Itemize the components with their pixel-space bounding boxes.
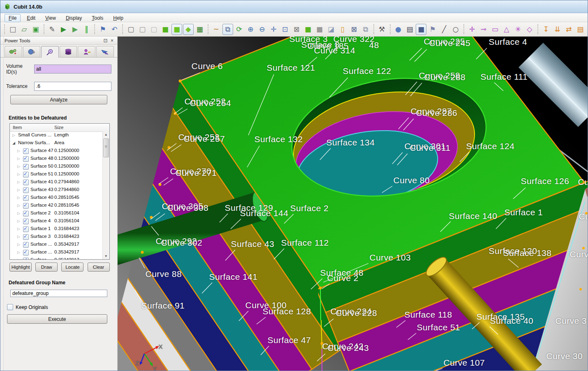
- shaded-boxed-cube-icon[interactable]: ■: [171, 24, 182, 35]
- locate-button[interactable]: Locate: [61, 263, 83, 272]
- menu-file[interactable]: File: [5, 14, 21, 22]
- mesh-entity-icon[interactable]: ◇: [524, 24, 535, 35]
- expand-icon[interactable]: ▷: [17, 203, 20, 207]
- overlap-squares-icon[interactable]: ⧉: [222, 24, 233, 35]
- scroll-up-icon[interactable]: ▲: [103, 131, 109, 138]
- tab-mesh-quality[interactable]: [96, 46, 114, 57]
- tree-row[interactable]: ▷Surface 510.12500000: [10, 171, 103, 178]
- volume-blob-icon[interactable]: ●: [393, 24, 404, 35]
- draw-button[interactable]: Draw: [35, 263, 58, 272]
- tolerance-input[interactable]: [34, 82, 111, 91]
- save-icon[interactable]: ▣: [30, 24, 41, 35]
- open-folder-icon[interactable]: ▱: [19, 24, 30, 35]
- export-bars-icon[interactable]: ⇊: [552, 24, 563, 35]
- group-entity-icon[interactable]: ✳: [513, 24, 523, 35]
- expand-icon[interactable]: ▷: [17, 219, 20, 223]
- expand-icon[interactable]: ▷: [17, 196, 20, 200]
- tree-row[interactable]: ◢Narrow Surfa...Area: [10, 139, 103, 147]
- meshed-cube-icon[interactable]: ▦: [194, 24, 205, 35]
- tree-row[interactable]: ▷Surface 500.12500000: [10, 163, 103, 171]
- view-cube-gray-icon[interactable]: ■: [314, 24, 325, 35]
- expand-icon[interactable]: ▷: [17, 250, 20, 254]
- tree-row[interactable]: ▷Surface 420.28510545: [10, 202, 103, 210]
- wireframe-cube-icon[interactable]: ▢: [125, 24, 136, 35]
- tab-mesh-tools[interactable]: [23, 46, 41, 57]
- new-file-icon[interactable]: □: [7, 24, 18, 35]
- tree-row[interactable]: ▷Surface 20.31056104: [10, 210, 103, 217]
- highlight-button[interactable]: Highlight: [9, 263, 32, 272]
- row-checkbox[interactable]: [23, 164, 29, 170]
- undo-icon[interactable]: ↶: [109, 24, 120, 35]
- expand-icon[interactable]: ▷: [17, 149, 20, 153]
- tab-defeature-diagnose[interactable]: [41, 46, 59, 58]
- tree-row[interactable]: ▷Surface 10.31684423: [10, 225, 103, 233]
- expand-icon[interactable]: ▷: [17, 258, 20, 260]
- tree-row[interactable]: ▷Surface 470.12500000: [10, 147, 103, 155]
- refresh-graphics-icon[interactable]: ⟳: [234, 24, 245, 35]
- expand-icon[interactable]: ▷: [17, 235, 20, 239]
- tree-row[interactable]: ▷Surface ...0.35342917: [10, 256, 103, 260]
- curve-entity-icon[interactable]: ⊸: [478, 24, 489, 35]
- stacked-cubes-icon[interactable]: ▤: [405, 24, 415, 35]
- row-checkbox[interactable]: [23, 234, 29, 240]
- swap-arrows-icon[interactable]: ⇄: [563, 24, 574, 35]
- expand-icon[interactable]: ▷: [17, 180, 20, 184]
- volume-entity-icon[interactable]: △: [501, 24, 512, 35]
- play-journal-icon[interactable]: ▶: [58, 24, 69, 35]
- feature-angle-icon[interactable]: ◆: [183, 24, 194, 35]
- analyze-button[interactable]: Analyze: [10, 95, 107, 104]
- menu-tools[interactable]: Tools: [88, 14, 107, 22]
- collapse-icon[interactable]: ◢: [12, 141, 15, 145]
- checkpoint-flag-icon[interactable]: ⚑: [97, 24, 108, 35]
- tree-row[interactable]: ▷Surface 480.12500000: [10, 155, 103, 163]
- shaded-cube-icon[interactable]: ■: [160, 24, 171, 35]
- row-checkbox[interactable]: [23, 258, 29, 260]
- execute-button[interactable]: Execute: [7, 314, 107, 324]
- tree-row[interactable]: ▷Surface 30.31684423: [10, 233, 103, 241]
- row-checkbox[interactable]: [23, 226, 29, 232]
- keep-originals-checkbox[interactable]: [7, 304, 13, 310]
- play-journal-file-icon[interactable]: ▶: [70, 24, 81, 35]
- hammer-tools-icon[interactable]: ⚒: [377, 24, 387, 35]
- row-checkbox[interactable]: [23, 242, 29, 248]
- clear-button[interactable]: Clear: [88, 263, 110, 272]
- hiddenline-cube-icon[interactable]: ▢: [137, 24, 148, 35]
- expand-icon[interactable]: ▷: [17, 211, 20, 215]
- delete-box-icon[interactable]: ⊠: [349, 24, 359, 35]
- pause-icon[interactable]: ‖: [81, 24, 92, 35]
- transparent-cube-icon[interactable]: ▢: [148, 24, 159, 35]
- row-checkbox[interactable]: [23, 180, 29, 185]
- expand-icon[interactable]: ▷: [17, 157, 20, 161]
- journal-editor-icon[interactable]: ✎: [47, 24, 58, 35]
- banner-icon[interactable]: ⚑: [427, 24, 438, 35]
- tree-row[interactable]: ▷Surface 40.31056104: [10, 217, 103, 225]
- tree-header[interactable]: Item Size: [10, 124, 109, 132]
- tree-scrollbar[interactable]: ▲ ▼: [102, 131, 109, 259]
- tree-row[interactable]: ▷Surface 410.27944860: [10, 178, 103, 186]
- group-name-input[interactable]: [10, 290, 107, 297]
- graphics-viewport[interactable]: Surface 3Curve 322Surface 8Curve 18548Cu…: [118, 37, 588, 371]
- volume-id-input[interactable]: [34, 65, 111, 74]
- clip-plane-icon[interactable]: ▯: [337, 24, 348, 35]
- tab-geometry-admin[interactable]: [78, 46, 95, 57]
- boxed-cube-icon[interactable]: ■: [416, 24, 426, 35]
- expand-icon[interactable]: ▷: [17, 227, 20, 231]
- tree-col-size[interactable]: Size: [54, 125, 63, 130]
- expand-icon[interactable]: ▷: [17, 172, 20, 176]
- float-panel-icon[interactable]: ⊡: [102, 38, 109, 44]
- close-panel-icon[interactable]: ×: [109, 38, 116, 44]
- curve-vertices-icon[interactable]: ~: [211, 24, 222, 35]
- scroll-down-icon[interactable]: ▼: [103, 253, 109, 259]
- row-checkbox[interactable]: [23, 187, 29, 193]
- tree-row[interactable]: ▷Surface 430.27944860: [10, 186, 103, 194]
- view-cube-green-icon[interactable]: ■: [303, 24, 313, 35]
- line-tool-icon[interactable]: ╱: [439, 24, 449, 35]
- titlebar[interactable]: Cubit 14.0b: [0, 0, 588, 13]
- row-checkbox[interactable]: [23, 250, 29, 256]
- panel-header[interactable]: Power Tools ⊡ ×: [0, 37, 117, 45]
- row-checkbox[interactable]: [23, 172, 29, 177]
- menu-display[interactable]: Display: [62, 14, 86, 22]
- tab-geometry-tools[interactable]: [5, 46, 22, 57]
- tab-itemize[interactable]: [60, 46, 77, 57]
- row-checkbox[interactable]: [23, 211, 29, 217]
